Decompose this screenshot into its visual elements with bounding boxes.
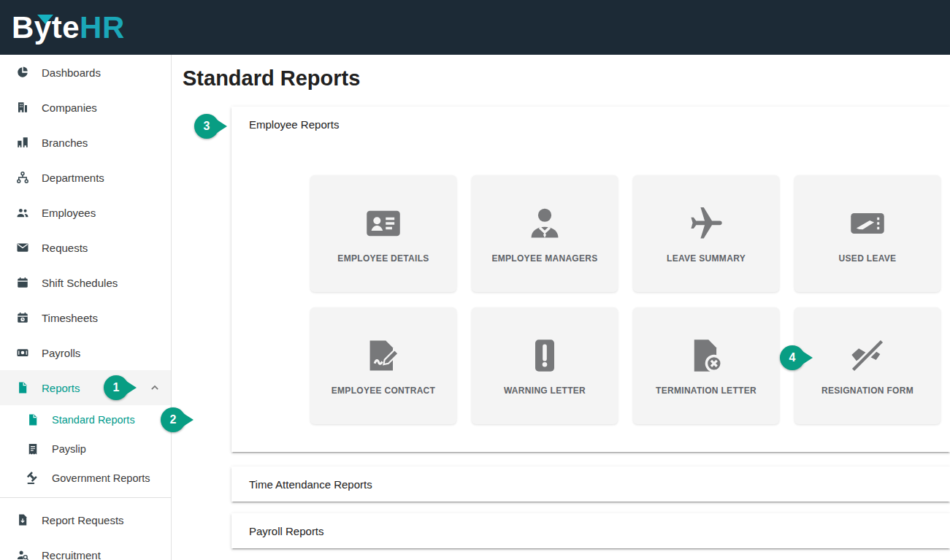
annotation-badge-3: 3 [194, 114, 219, 139]
sidebar-item-label: Recruitment [42, 549, 101, 560]
timesheets-icon [16, 311, 29, 324]
sidebar-item-label: Employees [42, 207, 96, 219]
sidebar-item-standard-reports[interactable]: Standard Reports [0, 405, 171, 434]
recruitment-person-search-icon [16, 548, 29, 560]
sidebar-item-companies[interactable]: Companies [0, 90, 171, 125]
report-card-termination-letter[interactable]: TERMINATION LETTER [633, 307, 779, 424]
sidebar-item-reports[interactable]: Reports [0, 370, 171, 405]
report-card-label: EMPLOYEE DETAILS [332, 253, 434, 264]
annotation-badge-4: 4 [780, 345, 805, 370]
topbar: ByteHR [0, 0, 950, 55]
employees-icon [16, 206, 29, 219]
termination-letter-doc-x-icon [687, 337, 725, 375]
sidebar-item-payrolls[interactable]: Payrolls [0, 335, 171, 370]
warning-letter-exclamation-icon [526, 337, 564, 375]
sidebar-item-label: Standard Reports [52, 414, 135, 426]
companies-icon [16, 101, 29, 114]
sidebar-item-label: Timesheets [42, 312, 98, 324]
annotation-badge-2: 2 [161, 407, 185, 432]
sidebar-item-departments[interactable]: Departments [0, 160, 171, 195]
sidebar-item-label: Branches [42, 137, 88, 149]
report-card-label: EMPLOYEE CONTRACT [326, 386, 441, 396]
panel-employee-reports: Employee Reports EMPLOYEE DETAILS EMPLOY… [231, 107, 950, 452]
sidebar-item-shift-schedules[interactable]: Shift Schedules [0, 265, 171, 300]
requests-mail-icon [16, 241, 29, 254]
sidebar-item-label: Companies [42, 101, 97, 114]
panel-title: Time Attendance Reports [249, 478, 372, 491]
sidebar-item-report-requests[interactable]: Report Requests [0, 502, 171, 537]
bytehr-logo: ByteHR [12, 12, 125, 43]
resignation-form-no-handshake-icon [849, 337, 886, 375]
shift-schedules-calendar-icon [16, 276, 29, 289]
sidebar-divider [0, 497, 171, 498]
report-card-employee-details[interactable]: EMPLOYEE DETAILS [310, 175, 456, 292]
sidebar-item-label: Government Reports [52, 472, 150, 484]
sidebar-item-label: Departments [42, 172, 104, 184]
logo-caret-icon [37, 15, 53, 24]
report-card-employee-contract[interactable]: EMPLOYEE CONTRACT [310, 307, 456, 424]
reports-icon [16, 381, 29, 394]
report-card-resignation-form[interactable]: RESIGNATION FORM [794, 307, 941, 424]
sidebar-item-branches[interactable]: Branches [0, 125, 171, 160]
employee-contract-signature-icon [364, 337, 402, 375]
report-card-used-leave[interactable]: USED LEAVE [794, 175, 941, 292]
sidebar-item-label: Payslip [52, 443, 86, 455]
report-cards-grid: EMPLOYEE DETAILS EMPLOYEE MANAGERS LEAVE… [231, 142, 950, 424]
panel-time-attendance-reports: Time Attendance Reports [231, 467, 950, 502]
logo-text-hr: HR [80, 10, 125, 45]
panel-payroll-reports: Payroll Reports [231, 513, 950, 548]
sidebar-item-label: Requests [42, 242, 88, 254]
branches-icon [16, 136, 29, 149]
employee-managers-person-icon [526, 204, 564, 242]
sidebar-item-employees[interactable]: Employees [0, 195, 171, 230]
used-leave-airplane-ticket-icon [849, 204, 886, 242]
sidebar-item-label: Payrolls [42, 347, 80, 359]
sidebar-item-timesheets[interactable]: Timesheets [0, 300, 171, 335]
report-card-label: EMPLOYEE MANAGERS [486, 253, 603, 264]
sidebar-item-label: Shift Schedules [42, 277, 118, 289]
panel-header-time-attendance-reports[interactable]: Time Attendance Reports [231, 467, 950, 502]
sidebar-item-dashboards[interactable]: Dashboards [0, 55, 171, 90]
sidebar-item-label: Report Requests [42, 514, 124, 526]
dashboard-icon [16, 66, 29, 79]
report-panels: Employee Reports EMPLOYEE DETAILS EMPLOY… [231, 107, 950, 548]
report-card-leave-summary[interactable]: LEAVE SUMMARY [633, 175, 779, 292]
sidebar-item-government-reports[interactable]: Government Reports [0, 464, 171, 493]
sidebar-item-requests[interactable]: Requests [0, 230, 171, 265]
sidebar-item-label: Reports [42, 382, 80, 394]
sidebar-item-payslip[interactable]: Payslip [0, 434, 171, 464]
report-card-label: USED LEAVE [833, 253, 903, 264]
sidebar-item-recruitment[interactable]: Recruitment [0, 537, 171, 560]
government-reports-gavel-icon [26, 472, 39, 485]
panel-header-payroll-reports[interactable]: Payroll Reports [231, 513, 950, 548]
page-title: Standard Reports [183, 66, 950, 91]
employee-details-id-card-icon [364, 204, 402, 242]
payrolls-icon [16, 346, 29, 359]
annotation-badge-1: 1 [104, 375, 129, 400]
report-card-label: LEAVE SUMMARY [661, 253, 751, 264]
report-requests-icon [16, 513, 29, 526]
departments-icon [16, 171, 29, 184]
panel-header-employee-reports[interactable]: Employee Reports [231, 107, 950, 142]
standard-reports-icon [26, 413, 39, 426]
report-card-label: TERMINATION LETTER [650, 386, 762, 396]
chevron-up-icon[interactable] [148, 380, 162, 395]
payslip-icon [26, 442, 39, 456]
report-card-label: WARNING LETTER [498, 386, 591, 396]
report-card-employee-managers[interactable]: EMPLOYEE MANAGERS [472, 175, 618, 292]
sidebar: Dashboards Companies Branches Department… [0, 55, 172, 560]
panel-title: Employee Reports [249, 118, 339, 131]
leave-summary-airplane-icon [687, 204, 725, 242]
report-card-label: RESIGNATION FORM [816, 386, 919, 396]
report-card-warning-letter[interactable]: WARNING LETTER [472, 307, 618, 424]
main-content: Standard Reports Employee Reports EMPLOY… [172, 55, 950, 560]
panel-title: Payroll Reports [249, 525, 324, 537]
sidebar-item-label: Dashboards [42, 66, 101, 79]
